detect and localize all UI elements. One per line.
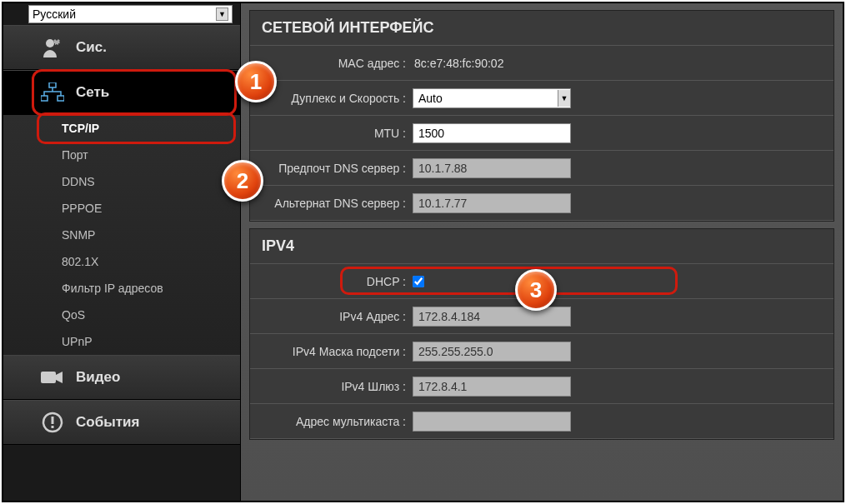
row-ipv4-address: IPv4 Адрес : <box>250 299 833 334</box>
sub-item-port[interactable]: Порт <box>3 142 240 168</box>
row-dns1: Предпочт DNS сервер : <box>250 151 833 186</box>
sub-item-ipfilter[interactable]: Фильтр IP адресов <box>3 275 240 302</box>
duplex-select[interactable]: Auto ▼ <box>413 88 571 108</box>
language-value: Русский <box>33 7 76 21</box>
ipv4-gateway-input[interactable] <box>413 377 571 397</box>
row-mtu: MTU : <box>250 116 833 151</box>
sub-item-pppoe[interactable]: PPPOE <box>3 195 240 222</box>
sub-label: TCP/IP <box>62 122 99 135</box>
sidebar-label: Сис. <box>76 39 107 56</box>
sidebar-label: Сеть <box>76 84 109 101</box>
mac-label: MAC адрес : <box>250 57 413 70</box>
svg-rect-4 <box>41 372 56 383</box>
dns1-input[interactable] <box>413 158 571 178</box>
sub-item-ddns[interactable]: DDNS <box>3 168 240 195</box>
row-duplex: Дуплекс и Скорость : Auto ▼ <box>250 81 833 116</box>
panel-title: СЕТЕВОЙ ИНТЕРФЕЙС <box>250 11 833 46</box>
ipv4-mask-label: IPv4 Маска подсети : <box>250 345 413 358</box>
sub-label: SNMP <box>62 228 95 242</box>
svg-rect-3 <box>58 96 64 101</box>
row-dhcp: DHCP : <box>250 264 833 299</box>
chevron-down-icon: ▼ <box>558 90 570 107</box>
ipv4-address-input[interactable] <box>413 307 571 327</box>
sub-item-tcpip[interactable]: TCP/IP <box>3 115 240 142</box>
row-ipv4-gateway: IPv4 Шлюз : <box>250 369 833 404</box>
dhcp-label: DHCP : <box>250 275 413 288</box>
panel-title: IPV4 <box>250 229 833 264</box>
sidebar-item-events[interactable]: События <box>3 400 240 445</box>
row-dns2: Альтернат DNS сервер : <box>250 186 833 221</box>
dns1-label: Предпочт DNS сервер : <box>250 162 413 175</box>
sidebar-item-system[interactable]: Сис. <box>3 25 240 70</box>
sidebar-item-network[interactable]: Сеть <box>3 70 240 115</box>
svg-rect-2 <box>41 96 48 101</box>
ipv4-gateway-label: IPv4 Шлюз : <box>250 380 413 393</box>
sub-label: DDNS <box>62 175 95 188</box>
multicast-label: Адрес мультикаста : <box>250 415 413 428</box>
multicast-input[interactable] <box>413 412 571 432</box>
dhcp-checkbox[interactable] <box>413 276 424 287</box>
language-select[interactable]: Русский ▼ <box>28 5 233 23</box>
sub-label: UPnP <box>62 335 93 348</box>
sub-label: QoS <box>62 308 85 322</box>
network-interface-panel: СЕТЕВОЙ ИНТЕРФЕЙС MAC адрес : 8c:e7:48:f… <box>249 10 834 222</box>
gear-user-icon <box>41 36 64 59</box>
network-icon <box>41 81 64 104</box>
alert-icon <box>41 411 64 434</box>
svg-point-0 <box>46 39 54 47</box>
ipv4-address-label: IPv4 Адрес : <box>250 310 413 323</box>
camera-icon <box>41 366 64 389</box>
svg-rect-1 <box>49 82 56 87</box>
row-multicast: Адрес мультикаста : <box>250 404 833 439</box>
duplex-label: Дуплекс и Скорость : <box>250 92 413 105</box>
dns2-input[interactable] <box>413 193 571 213</box>
sidebar-item-video[interactable]: Видео <box>3 355 240 400</box>
sub-item-upnp[interactable]: UPnP <box>3 328 240 355</box>
sidebar-label: События <box>76 414 139 431</box>
sub-label: Фильтр IP адресов <box>62 282 163 295</box>
row-mac: MAC адрес : 8c:e7:48:fc:90:02 <box>250 46 833 81</box>
sub-item-qos[interactable]: QoS <box>3 302 240 328</box>
svg-rect-6 <box>52 417 54 424</box>
sidebar: Русский ▼ Сис. Сеть TCP/IP Порт DDNS PPP… <box>3 3 241 501</box>
dns2-label: Альтернат DNS сервер : <box>250 197 413 210</box>
mtu-label: MTU : <box>250 127 413 140</box>
mtu-input[interactable] <box>413 123 571 143</box>
sub-item-snmp[interactable]: SNMP <box>3 222 240 248</box>
duplex-value: Auto <box>418 92 443 105</box>
ipv4-mask-input[interactable] <box>413 342 571 362</box>
chevron-down-icon: ▼ <box>216 7 228 21</box>
sub-item-dot1x[interactable]: 802.1X <box>3 248 240 275</box>
network-submenu: TCP/IP Порт DDNS PPPOE SNMP 802.1X Фильт… <box>3 115 240 355</box>
svg-rect-7 <box>52 426 54 428</box>
sub-label: PPPOE <box>62 202 102 215</box>
mac-value: 8c:e7:48:fc:90:02 <box>413 57 503 70</box>
app-frame: Русский ▼ Сис. Сеть TCP/IP Порт DDNS PPP… <box>2 2 844 502</box>
sub-label: 802.1X <box>62 255 98 268</box>
ipv4-panel: IPV4 DHCP : IPv4 Адрес : IPv4 Маска подс… <box>249 228 834 440</box>
sidebar-label: Видео <box>76 369 120 386</box>
sub-label: Порт <box>62 148 88 162</box>
main-content: СЕТЕВОЙ ИНТЕРФЕЙС MAC адрес : 8c:e7:48:f… <box>241 3 843 501</box>
row-ipv4-mask: IPv4 Маска подсети : <box>250 334 833 369</box>
